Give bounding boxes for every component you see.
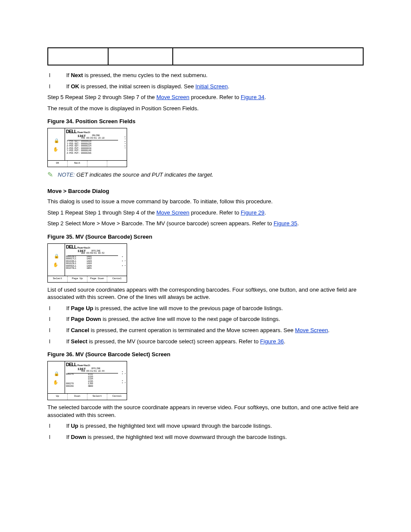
link-figure-36[interactable]: Figure 36 xyxy=(260,338,284,345)
barcode-rows: 000629L1 1A01 000617L1 1A02 001640L1 1A0… xyxy=(66,256,126,270)
bullet-item: l If Select is pressed, the MV (source b… xyxy=(47,338,364,345)
text: . xyxy=(284,338,286,345)
bullet-item: l If Page Down is pressed, the active li… xyxy=(47,315,364,323)
bullet-item: l If OK is pressed, the initial screen i… xyxy=(47,83,364,90)
softkey-page-up[interactable]: Page Up xyxy=(68,276,87,282)
softkey-ok[interactable]: OK xyxy=(48,161,68,167)
text: is pressed, the MV (source barcode selec… xyxy=(87,338,260,345)
softkey-select[interactable]: Select xyxy=(48,276,68,282)
bullet-glyph: l xyxy=(57,327,65,334)
text: is pressed, the current operation is ter… xyxy=(89,327,295,333)
bullet-item: l If Down is pressed, the highlighted te… xyxy=(47,433,364,441)
note-body: GET indicates the source and PUT indicat… xyxy=(75,171,214,178)
action-name: Next xyxy=(71,72,83,78)
text: Step 2 Select More > Move > Barcode. The… xyxy=(47,220,274,227)
lcd-screenshot-position: 🔒 ✋ DELL PowerVault 136T ONLINE FRI 05/2… xyxy=(47,128,127,167)
text: procedure. Refer to xyxy=(190,209,241,216)
text: If xyxy=(66,316,71,322)
softkey-empty xyxy=(87,161,107,167)
position-rows: X-POS GET: 00000028 Y-POS GET: 00000158 … xyxy=(66,140,126,155)
bullet-item: l If Cancel is pressed, the current oper… xyxy=(47,327,364,334)
lcd-right-panel: DELL PowerVault 136T ONLINE FRI 05/25/01… xyxy=(65,128,127,160)
softkey-empty xyxy=(107,161,127,167)
bullet-glyph: l xyxy=(57,338,65,345)
softkey-page-down[interactable]: Page Down xyxy=(87,276,107,282)
text: . xyxy=(265,94,266,100)
scroll-arrows: ▸▸ ▪▸ ▪ xyxy=(122,256,126,267)
table-cell xyxy=(109,48,173,65)
action-name: Select xyxy=(71,338,87,345)
action-name: Cancel xyxy=(71,327,89,333)
scroll-arrows: ▸▪▸▪▸▪ xyxy=(125,136,126,150)
lcd-right-panel: DELL PowerVault 136T OFFLINE MON 05/21/0… xyxy=(65,361,127,393)
text: . xyxy=(228,83,230,90)
link-move-screen[interactable]: Move Screen xyxy=(156,94,190,100)
paragraph: This dialog is used to issue a move comm… xyxy=(47,198,364,205)
softkey-select[interactable]: Select xyxy=(87,394,107,400)
barcode-select-rows: 000276 1C02 1C03 1C04 1C05 000270 1J00 0… xyxy=(66,373,126,388)
figure-caption: Figure 34. Position Screen Fields xyxy=(47,118,364,124)
softkey-cancel[interactable]: Cancel xyxy=(107,276,127,282)
text: . xyxy=(265,209,266,216)
paragraph: The selected barcode with the source coo… xyxy=(47,404,364,419)
bullet-glyph: l xyxy=(57,83,65,90)
lcd-screenshot-barcode-source: 🔒 ✋ DELL PowerVault 136T OFFLINE WED 05/… xyxy=(47,243,127,283)
lcd-left-column: 🔒 ✋ xyxy=(48,244,65,276)
step-text: Step 1 Repeat Step 1 through Step 4 of t… xyxy=(47,209,364,217)
scroll-arrows: ▸▸ ▪▸▸ ▪ xyxy=(122,371,126,385)
text: . xyxy=(328,327,330,333)
link-move-screen[interactable]: Move Screen xyxy=(295,327,328,333)
text: If xyxy=(66,305,71,311)
hand-icon: ✋ xyxy=(53,380,58,385)
table-cell xyxy=(173,48,363,65)
bullet-glyph: l xyxy=(57,72,65,79)
lcd-screenshot-barcode-select: 🔒 ✋ DELL PowerVault 136T OFFLINE MON 05/… xyxy=(47,361,127,400)
softkey-up[interactable]: Up xyxy=(48,394,68,400)
text: is pressed, the highlighted text will mo… xyxy=(78,423,272,429)
softkey-next[interactable]: Next xyxy=(68,161,87,167)
note-icon: ✎ xyxy=(47,171,58,178)
lock-icon: 🔒 xyxy=(54,372,59,376)
note-label: NOTE: xyxy=(58,171,75,178)
bullet-item: l If Page Up is pressed, the active line… xyxy=(47,305,364,312)
text: procedure. Refer to xyxy=(190,94,241,100)
link-figure-29[interactable]: Figure 29 xyxy=(241,209,265,216)
figure-caption: Figure 36. MV (Source Barcode Select) Sc… xyxy=(47,351,364,358)
bullet-glyph: l xyxy=(57,433,65,441)
bullet-glyph: l xyxy=(57,305,65,312)
softkey-down[interactable]: Down xyxy=(68,394,87,400)
lcd-softkeys: Select Page Up Page Down Cancel xyxy=(48,276,127,282)
hand-icon: ✋ xyxy=(53,263,58,268)
text: is pressed, the highlighted text will mo… xyxy=(86,434,287,440)
dell-logo: DELL xyxy=(66,129,77,134)
step-text: Step 2 Select More > Move > Barcode. The… xyxy=(47,220,364,227)
step-text: Step 5 Repeat Step 2 through Step 7 of t… xyxy=(47,93,364,101)
section-heading: Move > Barcode Dialog xyxy=(47,188,364,194)
table-cell xyxy=(48,48,109,65)
action-name: Page Down xyxy=(71,316,101,322)
text: If xyxy=(66,83,71,90)
note-block: ✎ NOTE: GET indicates the source and PUT… xyxy=(47,171,364,178)
text: Step 1 Repeat Step 1 through Step 4 of t… xyxy=(47,209,156,216)
text: If xyxy=(66,338,71,345)
text: If xyxy=(66,434,71,440)
dell-logo: DELL xyxy=(66,362,77,367)
paragraph: The result of the move is displayed in P… xyxy=(47,105,364,112)
dell-logo: DELL xyxy=(66,244,77,249)
link-move-screen[interactable]: Move Screen xyxy=(156,209,190,216)
text: is pressed, the initial screen is displa… xyxy=(79,83,196,90)
lcd-softkeys: Up Down Select Cancel xyxy=(48,393,127,400)
softkey-cancel[interactable]: Cancel xyxy=(107,394,127,400)
bullet-item: l If Up is pressed, the highlighted text… xyxy=(47,422,364,430)
action-name: Up xyxy=(71,423,78,429)
text: If xyxy=(66,327,71,333)
table-row xyxy=(48,48,363,65)
link-figure-35[interactable]: Figure 35 xyxy=(274,220,297,227)
link-initial-screen[interactable]: Initial Screen xyxy=(196,83,228,90)
text: Step 5 Repeat Step 2 through Step 7 of t… xyxy=(47,94,156,100)
lcd-left-column: 🔒 ✋ xyxy=(48,128,65,160)
bullet-item: l If Next is pressed, the menu cycles to… xyxy=(47,72,364,79)
lock-icon: 🔒 xyxy=(54,139,59,143)
link-figure-34[interactable]: Figure 34 xyxy=(241,94,265,100)
text: . xyxy=(297,220,299,227)
